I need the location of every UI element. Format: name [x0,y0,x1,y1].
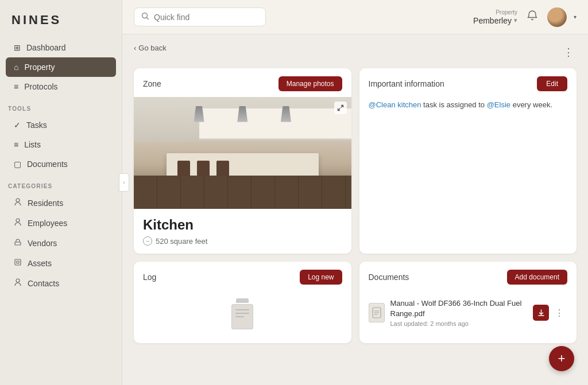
sqft-text: 520 square feet [156,237,207,246]
manage-photos-button[interactable]: Manage photos [278,76,342,91]
sidebar-nav-main: ⊞ Dashboard ⌂ Property ≡ Protocols [0,38,122,96]
doc-more-options-button[interactable]: ⋮ [551,305,567,321]
property-selector[interactable]: Property Pemberley ▾ [473,9,517,25]
fab-button[interactable]: + [549,346,574,371]
sidebar-item-documents[interactable]: ▢ Documents [6,154,116,174]
sidebar-item-vendors[interactable]: Vendors [6,233,116,253]
more-options-button[interactable]: ⋮ [560,44,577,60]
list-icon: ≡ [14,140,18,149]
property-label: Property [496,9,517,15]
contacts-icon [14,278,22,288]
topbar: Property Pemberley ▾ ▾ [122,0,588,34]
content-area: ‹ Go back ⋮ Zone Manage photos [122,34,588,385]
zone-label: Zone [143,79,161,88]
sqft-icon: ↔ [143,236,152,246]
info-label: Important information [369,79,444,88]
zone-info: Kitchen ↔ 520 square feet [134,209,351,254]
svg-point-0 [16,199,20,202]
assets-icon [14,258,22,268]
info-card-header: Important information Edit [359,68,577,97]
property-value: Pemberley ▾ [473,16,517,25]
sidebar-item-property[interactable]: ⌂ Property [6,57,116,77]
svg-rect-3 [15,259,21,265]
person-icon [14,198,22,208]
info-card: Important information Edit @Clean kitche… [359,68,577,254]
dashboard-icon: ⊞ [14,43,21,52]
add-document-button[interactable]: Add document [507,270,567,285]
categories-section-label: CATEGORIES [0,174,122,193]
sidebar-item-label: Contacts [28,279,59,288]
sidebar-item-label: Dashboard [26,43,66,52]
search-input[interactable] [154,13,258,22]
sidebar-item-label: Lists [24,140,41,149]
app-logo: NINES [0,0,122,38]
sidebar-tools: ✓ Tasks ≡ Lists ▢ Documents [0,115,122,174]
avatar-dropdown-icon: ▾ [574,14,577,20]
svg-rect-4 [17,261,19,263]
info-text-middle: task is assigned to [423,100,487,109]
document-icon: ▢ [14,160,21,169]
chevron-down-icon: ▾ [514,17,517,24]
sidebar-item-label: Vendors [28,239,57,248]
log-new-button[interactable]: Log new [300,270,342,285]
list-icon: ≡ [14,82,18,91]
svg-rect-2 [15,242,21,245]
sidebar: NINES ⊞ Dashboard ⌂ Property ≡ Protocols… [0,0,122,385]
sidebar-item-label: Employees [28,219,67,228]
expand-image-button[interactable] [334,102,347,114]
sidebar-item-label: Residents [28,199,63,208]
tools-section-label: TOOLS [0,96,122,115]
avatar[interactable] [547,7,567,27]
doc-card-header: Documents Add document [359,262,577,293]
sidebar-item-residents[interactable]: Residents [6,193,116,213]
doc-card: Documents Add document Manual - Wolf DF3… [359,262,577,343]
back-arrow-icon: ‹ [134,44,136,52]
sidebar-item-label: Assets [28,259,52,268]
info-body: @Clean kitchen task is assigned to @Elsi… [359,97,577,120]
main-grid: Zone Manage photos [134,68,577,343]
back-label: Go back [138,44,166,52]
sidebar-item-label: Documents [27,160,68,169]
elsie-link[interactable]: @Elsie [487,100,510,109]
doc-label: Documents [369,273,409,282]
sidebar-categories: Residents Employees Vendors Assets Conta… [0,193,122,293]
zone-image [134,97,351,209]
svg-point-1 [16,219,20,222]
sidebar-collapse-button[interactable]: ‹ [119,173,129,192]
sidebar-item-label: Tasks [26,120,47,130]
edit-button[interactable]: Edit [537,76,567,91]
sidebar-item-dashboard[interactable]: ⊞ Dashboard [6,38,116,57]
clean-kitchen-link[interactable]: @Clean kitchen [369,100,421,109]
back-button[interactable]: ‹ Go back [134,44,167,52]
doc-name: Manual - Wolf DF366 36-Inch Dual Fuel Ra… [390,298,528,319]
sidebar-item-tasks[interactable]: ✓ Tasks [6,115,116,135]
sidebar-item-label: Property [24,63,55,72]
vendor-icon [14,238,22,248]
clipboard-icon [230,298,255,329]
doc-actions: ⋮ [533,305,567,321]
log-label: Log [143,273,156,282]
notification-bell-button[interactable] [524,7,540,26]
zone-title: Kitchen [143,217,342,233]
sidebar-item-assets[interactable]: Assets [6,253,116,273]
file-icon [369,303,385,322]
check-icon: ✓ [14,120,21,130]
search-icon [141,12,149,22]
doc-date: Last updated: 2 months ago [390,320,528,327]
svg-point-5 [16,279,20,282]
zone-card: Zone Manage photos [134,68,351,254]
sidebar-item-label: Protocols [24,82,57,91]
main-area: Property Pemberley ▾ ▾ ‹ Go back ⋮ [122,0,588,385]
doc-info: Manual - Wolf DF366 36-Inch Dual Fuel Ra… [390,298,528,327]
person-icon [14,218,22,228]
search-box[interactable] [134,7,266,26]
log-card: Log Log new [134,262,351,343]
sidebar-item-contacts[interactable]: Contacts [6,273,116,293]
home-icon: ⌂ [14,63,18,72]
sidebar-item-protocols[interactable]: ≡ Protocols [6,77,116,96]
sidebar-item-employees[interactable]: Employees [6,213,116,233]
zone-card-header: Zone Manage photos [134,68,351,97]
log-card-header: Log Log new [134,262,351,293]
download-button[interactable] [533,305,549,321]
sidebar-item-lists[interactable]: ≡ Lists [6,135,116,154]
